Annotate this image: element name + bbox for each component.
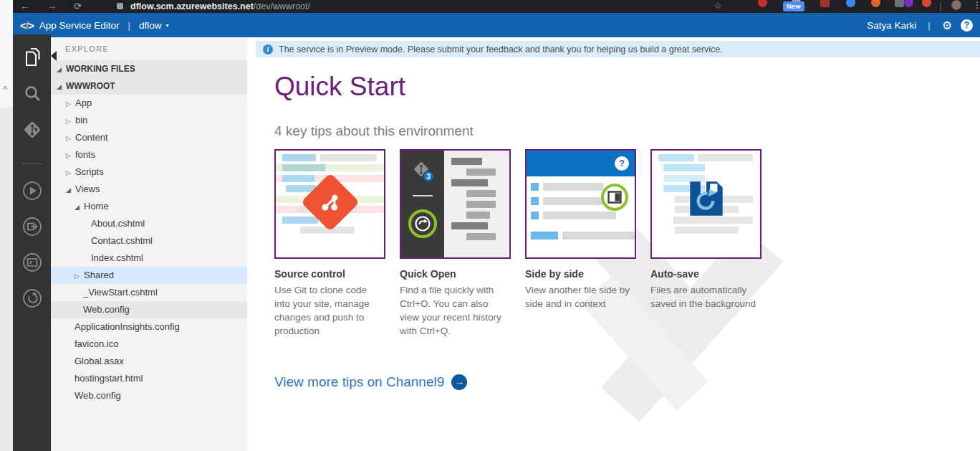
tree-item-label: Views <box>75 184 100 194</box>
extension-icon[interactable] <box>758 0 767 7</box>
banner-text: The service is in Preview mode. Please s… <box>279 44 723 54</box>
tree-item-bin[interactable]: ▷bin <box>51 112 247 129</box>
tree-item-label: Content <box>75 132 108 143</box>
tip-description: Use Git to clone code into your site, ma… <box>274 283 385 338</box>
tree-item-label: Web.config <box>75 390 121 401</box>
preview-banner: i The service is in Preview mode. Please… <box>256 41 980 57</box>
page-title: Quick Start <box>274 72 405 102</box>
restart-icon[interactable] <box>21 287 44 310</box>
git-icon[interactable] <box>21 118 44 141</box>
files-icon[interactable] <box>21 45 44 68</box>
collapse-chevron-icon[interactable]: ^ <box>3 85 7 93</box>
tree-item-label: Index.cshtml <box>91 252 143 263</box>
tip-card-auto-save <box>650 149 762 259</box>
tree-item-label: WORKING FILES <box>66 64 135 74</box>
tip-texts: Source control Use Git to clone code int… <box>274 268 762 338</box>
tree-item-working-files[interactable]: ◢WORKING FILES <box>51 60 247 77</box>
tip-text-column: Quick Open Find a file quickly with Ctrl… <box>400 268 511 338</box>
tree-item-index-cshtml[interactable]: Index.cshtml <box>51 250 247 267</box>
tree-item-label: App <box>75 98 92 108</box>
browser-refresh-icon[interactable]: ⟳ <box>74 0 82 12</box>
gear-icon[interactable]: ⚙ <box>942 19 952 32</box>
tree-item-web-config[interactable]: Web.config <box>51 301 247 318</box>
extension-icon[interactable] <box>820 0 830 7</box>
site-picker[interactable]: dflow ▾ <box>139 20 169 31</box>
tip-title: Quick Open <box>400 268 511 280</box>
twisty-expanded-icon: ◢ <box>57 78 66 95</box>
header-divider: | <box>928 20 930 31</box>
browser-forward-icon[interactable]: → <box>47 0 57 12</box>
tree-item-shared[interactable]: ▷Shared <box>51 267 247 284</box>
tip-title: Source control <box>274 268 385 280</box>
tree-item-hostingstart-html[interactable]: hostingstart.html <box>51 370 247 387</box>
tree-item-web-config[interactable]: Web.config <box>51 387 247 404</box>
view-more-tips-link[interactable]: View more tips on Channel9 → <box>274 374 467 390</box>
app-title: App Service Editor <box>39 20 120 31</box>
tree-item-label: hostingstart.html <box>75 373 143 384</box>
split-editor-icon <box>601 184 628 211</box>
publish-icon[interactable] <box>21 215 44 238</box>
info-icon: i <box>263 44 273 54</box>
tree-item-favicon-ico[interactable]: favicon.ico <box>51 336 247 353</box>
tree-item-label: bin <box>75 115 87 125</box>
browser-menu-icon[interactable]: ⋮ <box>973 0 980 10</box>
tree-item-views[interactable]: ◢Views <box>51 181 247 198</box>
activity-bar-separator <box>21 163 42 164</box>
toolbar-divider: | <box>939 0 941 12</box>
extension-icon[interactable] <box>871 0 880 7</box>
tree-item-label: Home <box>84 201 109 212</box>
tree-item-label: Global.asax <box>75 356 124 366</box>
twisty-collapsed-icon: ▷ <box>75 267 84 285</box>
search-icon[interactable] <box>21 82 44 105</box>
tree-item-label: favicon.ico <box>75 338 118 349</box>
tree-item-global-asax[interactable]: Global.asax <box>51 353 247 370</box>
activity-bar <box>13 34 51 451</box>
twisty-collapsed-icon: ▷ <box>66 113 75 130</box>
run-icon[interactable] <box>21 179 44 202</box>
console-icon[interactable] <box>21 251 44 274</box>
extension-icon[interactable] <box>846 0 855 7</box>
browser-back-icon[interactable]: ← <box>20 0 29 12</box>
app-service-editor-logo-icon: </> <box>20 19 34 32</box>
twisty-collapsed-icon: ▷ <box>66 130 75 147</box>
url-host: dflow.scm.azurewebsites.net <box>130 1 254 11</box>
link-text: View more tips on Channel9 <box>274 374 444 390</box>
help-icon[interactable]: ? <box>961 19 973 32</box>
main-content: i The service is in Preview mode. Please… <box>247 34 980 451</box>
arrow-right-icon: → <box>451 374 467 390</box>
site-name: dflow <box>139 20 162 31</box>
address-bar[interactable]: dflow.scm.azurewebsites.net/dev/wwwroot/ <box>130 1 310 12</box>
bookmark-star-icon[interactable]: ☆ <box>714 0 722 12</box>
explorer-sidebar: EXPLORE ◢WORKING FILES◢WWWROOT▷App▷bin▷C… <box>51 34 247 451</box>
tree-item-about-cshtml[interactable]: About.cshtml <box>51 215 247 232</box>
tree-item-label: Web.config <box>83 304 130 315</box>
tree-item-scripts[interactable]: ▷Scripts <box>51 163 247 181</box>
tree-item-wwwroot[interactable]: ◢WWWROOT <box>51 77 247 95</box>
tip-text-column: Auto-save Files are automatically saved … <box>650 268 762 338</box>
extension-icon[interactable] <box>895 0 904 7</box>
twisty-expanded-icon: ◢ <box>57 61 66 78</box>
tree-item-app[interactable]: ▷App <box>51 95 247 112</box>
explore-header: EXPLORE <box>51 34 247 60</box>
tip-card-side-by-side: ? <box>525 149 636 259</box>
tip-card-source-control <box>274 149 385 259</box>
site-info-icon[interactable] <box>117 3 123 9</box>
edge-panel: ^ <box>0 0 13 451</box>
twisty-expanded-icon: ◢ <box>75 199 84 216</box>
browser-profile-avatar[interactable] <box>951 0 961 10</box>
tree-item--viewstart-cshtml[interactable]: _ViewStart.cshtml <box>51 284 247 301</box>
extension-icon[interactable] <box>922 0 931 7</box>
tip-text-column: Source control Use Git to clone code int… <box>274 268 385 338</box>
tree-item-label: fonts <box>75 149 95 160</box>
extension-icon[interactable] <box>904 0 913 7</box>
twisty-collapsed-icon: ▷ <box>66 147 75 164</box>
tree-item-fonts[interactable]: ▷fonts <box>51 146 247 163</box>
chevron-down-icon: ▾ <box>165 22 168 29</box>
browser-toolbar: ← → ⟳ dflow.scm.azurewebsites.net/dev/ww… <box>0 0 980 13</box>
tree-item-label: _ViewStart.cshtml <box>83 287 158 298</box>
tree-item-applicationinsights-config[interactable]: ApplicationInsights.config <box>51 318 247 336</box>
tree-item-content[interactable]: ▷Content <box>51 129 247 146</box>
file-tree: ◢WORKING FILES◢WWWROOT▷App▷bin▷Content▷f… <box>51 60 247 404</box>
tree-item-home[interactable]: ◢Home <box>51 198 247 215</box>
tree-item-contact-cshtml[interactable]: Contact.cshtml <box>51 232 247 250</box>
